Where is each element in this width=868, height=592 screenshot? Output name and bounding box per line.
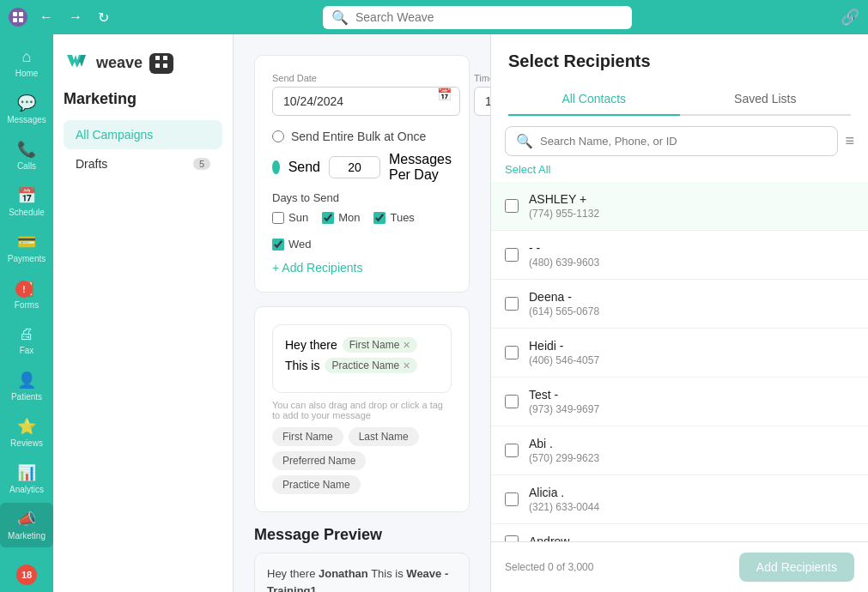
recipient-phone-5: (570) 299-9623 [529,452,854,464]
sidebar-label-calls: Calls [17,161,36,171]
day-mon[interactable]: Mon [322,211,360,224]
select-all-link[interactable]: Select All [505,163,550,176]
first-name-tag-remove[interactable]: ✕ [403,340,410,351]
day-sun-checkbox[interactable] [272,212,284,224]
tag-buttons-row: First Name Last Name Preferred Name Prac… [272,427,452,494]
sidebar-item-fax[interactable]: 🖨 Fax [0,318,53,362]
nav-item-drafts[interactable]: Drafts 5 [64,149,222,178]
sidebar-label-forms: Forms [15,300,39,310]
recipient-checkbox-3[interactable] [505,346,519,359]
add-recipients-action-button[interactable]: Add Recipients [739,553,854,582]
preview-hey-there: Hey there [267,567,319,580]
recipient-info-5: Abi . (570) 299-9623 [529,437,854,464]
recipient-info-4: Test - (973) 349-9697 [529,388,854,415]
send-per-day-row: Send Messages Per Day [272,152,452,183]
bulk-radio-option[interactable]: Send Entire Bulk at Once [272,130,452,143]
send-dot [272,160,280,174]
recipient-item[interactable]: Abi . (570) 299-9623 [491,426,868,475]
recipient-checkbox-6[interactable] [505,492,519,506]
sidebar-item-payments[interactable]: 💳 Payments [0,226,53,270]
recipient-checkbox-1[interactable] [505,248,519,262]
recipients-search-row: 🔍 ≡ [491,116,868,156]
this-is-text: This is [285,359,319,372]
day-tues[interactable]: Tues [373,211,414,224]
patients-icon: 👤 [17,371,36,390]
sidebar-item-marketing[interactable]: 📣 Marketing [0,503,53,547]
first-name-tag[interactable]: First Name ✕ [343,337,418,353]
apps-grid-button[interactable] [149,53,173,74]
recipients-search-box[interactable]: 🔍 [505,126,838,156]
recipient-info-0: ASHLEY + (774) 955-1132 [529,192,854,220]
sidebar-item-schedule[interactable]: 📅 Schedule [0,179,53,224]
nav-item-all-campaigns[interactable]: All Campaigns [64,120,222,149]
tag-btn-practicename[interactable]: Practice Name [272,475,361,494]
recipient-item[interactable]: Deena - (614) 565-0678 [491,280,868,329]
recipient-item[interactable]: ASHLEY + (774) 955-1132 [491,182,868,231]
practice-name-tag-remove[interactable]: ✕ [403,360,410,372]
message-preview-title: Message Preview [254,526,470,544]
sidebar-label-analytics: Analytics [9,485,44,494]
recipients-search-input[interactable] [540,135,827,148]
day-wed[interactable]: Wed [272,238,312,251]
recipient-item[interactable]: Test - (973) 349-9697 [491,378,868,426]
sidebar-item-home[interactable]: ⌂ Home [0,41,53,85]
tag-btn-lastname[interactable]: Last Name [349,427,419,446]
tag-btn-firstname[interactable]: First Name [272,427,343,446]
recipient-checkbox-5[interactable] [505,444,519,457]
tab-all-contacts[interactable]: All Contacts [508,83,680,116]
sidebar-label-fax: Fax [20,346,34,355]
recipient-checkbox-2[interactable] [505,297,519,311]
drafts-badge: 5 [193,158,210,170]
recipient-name-2: Deena - [529,290,854,304]
recipient-item[interactable]: Heidi - (406) 546-4057 [491,329,868,378]
sidebar-item-forms[interactable]: 📋 ! Forms [0,272,53,317]
sidebar-item-reviews[interactable]: ⭐ Reviews [0,410,53,455]
preview-box: Hey there Jonathan This is Weave - Train… [254,553,470,592]
selected-count: Selected 0 of 3,000 [505,561,593,573]
recipient-item[interactable]: - - (480) 639-9603 [491,231,868,280]
message-compose-area[interactable]: Hey there First Name ✕ This is Practice … [272,324,452,393]
search-bar[interactable]: 🔍 [323,6,632,29]
recipient-phone-2: (614) 565-0678 [529,305,854,317]
tag-btn-preferredname[interactable]: Preferred Name [272,451,366,470]
recipient-checkbox-0[interactable] [505,199,519,213]
sidebar-label-messages: Messages [7,115,46,124]
forward-button[interactable]: → [64,8,88,27]
filter-icon[interactable]: ≡ [845,132,854,150]
sidebar-item-analytics[interactable]: 📊 Analytics [0,456,53,501]
practice-name-tag[interactable]: Practice Name ✕ [325,358,417,373]
tab-saved-lists[interactable]: Saved Lists [680,83,852,116]
day-sun[interactable]: Sun [272,211,308,224]
refresh-button[interactable]: ↻ [93,8,114,27]
recipient-checkbox-4[interactable] [505,395,519,408]
search-input[interactable] [355,10,623,24]
recipient-item[interactable]: Alicia . (321) 633-0044 [491,475,868,524]
compose-text-row: Hey there First Name ✕ This is Practice … [285,337,439,373]
recipient-checkbox-7[interactable] [505,535,519,541]
preview-this-is: This is [368,567,407,580]
add-recipients-button[interactable]: + Add Recipients [272,261,362,275]
search-bar-icon: 🔍 [331,9,349,26]
link-icon-button[interactable]: 🔗 [841,8,859,27]
main-content: Send Date 📅 Time Send Entire Bulk at Onc… [234,34,490,592]
day-tues-checkbox[interactable] [373,212,385,224]
day-mon-checkbox[interactable] [322,212,334,224]
recipient-phone-3: (406) 546-4057 [529,354,854,366]
nav-arrows: ← → ↻ [34,8,114,27]
send-count-input[interactable] [329,156,380,178]
recipient-item[interactable]: Andrew . [491,524,868,541]
notification-badge[interactable]: 18 [16,565,37,585]
back-button[interactable]: ← [34,8,58,27]
sidebar-item-calls[interactable]: 📞 Calls [0,133,53,178]
svg-rect-3 [19,18,23,22]
bulk-radio[interactable] [272,130,284,142]
forms-badge: ! [15,281,33,298]
send-date-input[interactable] [272,87,460,116]
time-input[interactable] [474,87,490,116]
sidebar-item-messages[interactable]: 💬 Messages [0,87,53,131]
day-wed-checkbox[interactable] [272,239,284,251]
sidebar-item-patients[interactable]: 👤 Patients [0,364,53,408]
recipient-name-0: ASHLEY + [529,192,854,206]
recipient-phone-1: (480) 639-9603 [529,257,854,269]
recipients-tabs: All Contacts Saved Lists [508,83,851,116]
